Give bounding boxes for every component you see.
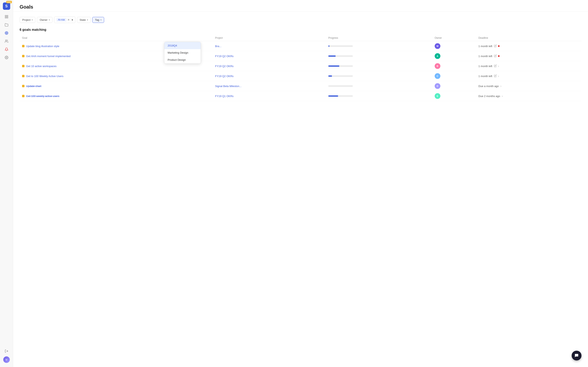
people-icon [5, 39, 8, 43]
chevron-right-icon[interactable]: › [501, 84, 502, 88]
project-link[interactable]: FY19 Q2 OKRs [215, 75, 233, 78]
progress-bar [328, 85, 353, 87]
progress-fill [328, 95, 338, 97]
chevron-right-icon[interactable]: › [502, 94, 503, 98]
owner-avatar[interactable]: D [435, 83, 440, 89]
table-row: Update blog illustration style Bra... W … [20, 41, 581, 51]
goal-link[interactable]: Get 10 active workspaces [26, 65, 57, 68]
state-filter[interactable]: State ▾ [77, 17, 91, 23]
project-link[interactable]: Signal Beta Mileston... [215, 85, 242, 88]
owner-cell: D [432, 81, 476, 91]
owner-avatar[interactable]: E [435, 93, 440, 99]
sidebar-item-goals[interactable] [3, 29, 10, 37]
beta-badge: beta [6, 1, 12, 3]
chevron-right-icon[interactable]: › [498, 75, 499, 78]
folder-icon [5, 23, 8, 27]
project-link[interactable]: FY19 Q1 OKRs [215, 95, 233, 98]
owner-filter-chevron: ▾ [49, 19, 50, 21]
deadline-cell: 1 month left [476, 41, 581, 51]
owner-cell: A [432, 51, 476, 61]
goal-dot [22, 85, 25, 87]
deadline-text: 1 month left [478, 45, 492, 48]
progress-bar [328, 95, 353, 97]
chat-button[interactable] [572, 351, 581, 360]
owner-avatar[interactable]: C [435, 73, 440, 79]
sidebar-item-settings[interactable] [3, 54, 10, 61]
progress-bar [328, 45, 353, 47]
deadline-cell: 1 month left › [476, 71, 581, 81]
owner-avatar[interactable]: B [435, 63, 440, 69]
deadline-text: 1 month left [478, 65, 492, 68]
user-avatar[interactable]: U [3, 356, 10, 363]
progress-fill [328, 55, 336, 57]
sidebar-logout[interactable] [3, 347, 10, 355]
col-goal: Goal [20, 35, 213, 41]
goal-link[interactable]: Update chart [26, 85, 41, 88]
goal-link[interactable]: Get to 100 Weekly Active Users [26, 75, 63, 78]
progress-cell [326, 51, 432, 61]
progress-fill [328, 45, 329, 47]
goal-link[interactable]: Get AHA moment funnel implemented [26, 55, 71, 58]
owner-avatar[interactable]: W [435, 43, 440, 49]
owner-avatar[interactable]: A [435, 53, 440, 59]
owner-filter[interactable]: Owner ▾ [37, 17, 52, 23]
project-cell: Bra... [213, 41, 326, 51]
deadline-cell: Due a month ago › [476, 81, 581, 91]
svg-rect-1 [7, 15, 8, 16]
gear-icon [5, 56, 8, 59]
logo-icon: S [5, 4, 8, 8]
goal-dot [22, 55, 25, 57]
sidebar-item-people[interactable] [3, 38, 10, 45]
deadline-actions [494, 54, 500, 58]
dropdown-item-product-design[interactable]: Product Design [164, 56, 201, 63]
tag-filter-label: Tag [95, 18, 99, 21]
project-link[interactable]: FY19 Q2 OKRs [215, 65, 233, 68]
atrisk-chevron[interactable]: ▾ [72, 18, 73, 21]
edit-icon[interactable] [494, 75, 497, 78]
deadline-text: 1 month left [478, 55, 492, 58]
dropdown-item-marketing-design[interactable]: Marketing Design [164, 49, 201, 56]
owner-cell: C [432, 71, 476, 81]
svg-rect-0 [5, 15, 6, 16]
goal-link[interactable]: Get 100 weekly active users [26, 95, 60, 98]
sidebar-item-projects[interactable] [3, 21, 10, 29]
atrisk-clear[interactable]: ✕ [67, 18, 70, 21]
sidebar-item-notifications[interactable] [3, 46, 10, 53]
table-row: Get AHA moment funnel implemented FY19 Q… [20, 51, 581, 61]
dropdown-item-2018q4[interactable]: 2018Q4 [164, 42, 201, 49]
edit-icon[interactable] [494, 54, 497, 58]
goal-link[interactable]: Update blog illustration style [26, 45, 60, 48]
project-filter-chevron: ▾ [32, 19, 33, 21]
app-logo[interactable]: S beta [3, 2, 10, 10]
sidebar: S beta [0, 0, 13, 367]
project-cell: FY19 Q2 OKRs [213, 51, 326, 61]
project-filter[interactable]: Project ▾ [20, 17, 35, 23]
progress-bar [328, 75, 353, 77]
deadline-actions: › [502, 94, 503, 98]
goal-cell: Get to 100 Weekly Active Users [20, 71, 213, 81]
state-filter-chevron: ▾ [87, 19, 88, 21]
chevron-right-icon[interactable]: › [498, 64, 499, 68]
svg-point-8 [6, 57, 7, 58]
project-link[interactable]: Bra... [215, 45, 222, 48]
tag-filter[interactable]: Tag ▾ [92, 17, 104, 23]
main-content: Goals Project ▾ Owner ▾ At-risk ✕ ▾ Stat… [13, 0, 588, 367]
content-area: Project ▾ Owner ▾ At-risk ✕ ▾ State ▾ Ta… [13, 12, 588, 367]
deadline-text: Due 2 months ago [478, 95, 500, 98]
col-progress: Progress [326, 35, 432, 41]
project-link[interactable]: FY19 Q2 OKRs [215, 55, 233, 58]
col-deadline: Deadline [476, 35, 581, 41]
owner-filter-label: Owner [40, 18, 47, 21]
goals-table: Goal Project Progress Owner Deadline Upd… [20, 35, 581, 101]
progress-cell [326, 91, 432, 101]
deadline-text: Due a month ago [478, 85, 499, 88]
progress-fill [328, 66, 339, 67]
edit-icon[interactable] [494, 44, 497, 48]
grid-icon [5, 15, 8, 18]
atrisk-filter-active[interactable]: At-risk ✕ ▾ [54, 17, 75, 23]
sidebar-item-dashboard[interactable] [3, 13, 10, 20]
deadline-cell: Due 2 months ago › [476, 91, 581, 101]
atrisk-divider [71, 18, 71, 21]
edit-icon[interactable] [494, 64, 497, 68]
alert-dot [498, 55, 500, 57]
